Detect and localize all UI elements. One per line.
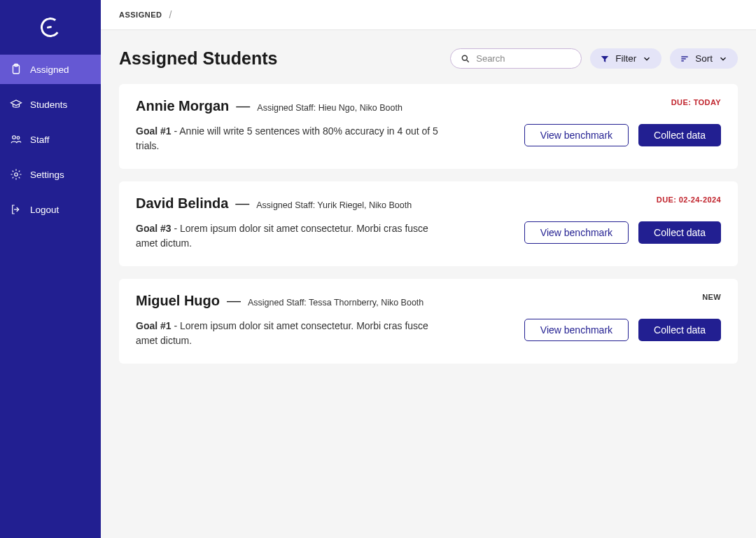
separator: — (236, 98, 250, 114)
logo-wrap (0, 0, 101, 55)
student-name: David Belinda (136, 195, 228, 212)
card-body: Goal #3 - Lorem ipsum dolor sit amet con… (136, 221, 721, 251)
assigned-staff: Assigned Staff: Hieu Ngo, Niko Booth (257, 103, 402, 113)
svg-point-3 (17, 137, 20, 139)
graduation-cap-icon (10, 98, 22, 111)
assigned-staff: Assigned Staff: Yurik Riegel, Niko Booth (256, 200, 412, 210)
header-controls: Filter Sort (450, 48, 738, 69)
card-header: Annie Morgan — Assigned Staff: Hieu Ngo,… (136, 98, 721, 114)
svg-point-5 (463, 55, 468, 60)
filter-icon (600, 54, 610, 64)
sidebar-item-label: Staff (30, 134, 50, 145)
breadcrumb-item[interactable]: ASSIGNED (119, 11, 162, 19)
student-name: Annie Morgan (136, 98, 229, 114)
card-body: Goal #1 - Lorem ipsum dolor sit amet con… (136, 319, 721, 348)
content-area: Assigned Students Filter (101, 30, 756, 538)
breadcrumb: ASSIGNED / (101, 0, 756, 30)
sidebar-item-staff[interactable]: Staff (0, 125, 101, 154)
view-benchmark-button[interactable]: View benchmark (524, 319, 629, 341)
app-logo-icon (39, 16, 62, 39)
svg-line-6 (467, 60, 469, 62)
goal-description: - Lorem ipsum dolor sit amet consectetur… (136, 320, 428, 346)
logout-icon (10, 203, 22, 216)
sidebar-item-label: Students (30, 99, 67, 110)
view-benchmark-button[interactable]: View benchmark (524, 221, 629, 244)
goal-text: Goal #1 - Lorem ipsum dolor sit amet con… (136, 319, 444, 348)
goal-label: Goal #1 (136, 125, 172, 137)
filter-label: Filter (615, 53, 636, 64)
card-actions: View benchmark Collect data (524, 124, 721, 146)
collect-data-button[interactable]: Collect data (638, 221, 721, 244)
card-header: David Belinda — Assigned Staff: Yurik Ri… (136, 195, 721, 212)
filter-button[interactable]: Filter (590, 48, 662, 69)
clipboard-icon (10, 63, 22, 76)
assigned-staff: Assigned Staff: Tessa Thornberry, Niko B… (248, 298, 424, 308)
student-name: Miguel Hugo (136, 293, 220, 309)
goal-text: Goal #3 - Lorem ipsum dolor sit amet con… (136, 221, 444, 251)
sidebar-item-label: Settings (30, 170, 64, 180)
card-body: Goal #1 - Annie will write 5 sentences w… (136, 124, 721, 153)
card-actions: View benchmark Collect data (524, 319, 721, 341)
sidebar-item-label: Assigned (30, 64, 69, 75)
due-badge: DUE: 02-24-2024 (657, 195, 721, 204)
sidebar-item-logout[interactable]: Logout (0, 195, 101, 224)
goal-label: Goal #1 (136, 320, 172, 331)
separator: — (227, 293, 241, 309)
sidebar-item-assigned[interactable]: Assigned (0, 55, 101, 84)
svg-point-4 (15, 173, 18, 177)
svg-point-2 (13, 136, 16, 139)
new-badge: NEW (702, 293, 721, 301)
view-benchmark-button[interactable]: View benchmark (524, 124, 629, 146)
student-card: DUE: 02-24-2024 David Belinda — Assigned… (119, 181, 738, 266)
chevron-down-icon (642, 54, 652, 64)
goal-description: - Lorem ipsum dolor sit amet consectetur… (136, 223, 428, 249)
student-card: NEW Miguel Hugo — Assigned Staff: Tessa … (119, 279, 738, 364)
sort-label: Sort (695, 53, 713, 64)
breadcrumb-separator: / (169, 9, 172, 20)
nav-list: Assigned Students Staff Settings Logout (0, 55, 101, 230)
goal-text: Goal #1 - Annie will write 5 sentences w… (136, 124, 444, 153)
due-badge: DUE: TODAY (671, 98, 721, 106)
users-icon (10, 133, 22, 146)
collect-data-button[interactable]: Collect data (638, 319, 721, 341)
card-actions: View benchmark Collect data (524, 221, 721, 244)
student-card: DUE: TODAY Annie Morgan — Assigned Staff… (119, 84, 738, 169)
sidebar-item-students[interactable]: Students (0, 90, 101, 119)
sort-button[interactable]: Sort (670, 48, 738, 69)
search-box[interactable] (450, 48, 582, 69)
sidebar-item-label: Logout (30, 205, 59, 215)
sort-icon (680, 54, 690, 64)
main-area: ASSIGNED / Assigned Students Filter (101, 0, 756, 538)
sidebar-item-settings[interactable]: Settings (0, 160, 101, 189)
card-header: Miguel Hugo — Assigned Staff: Tessa Thor… (136, 293, 721, 309)
goal-label: Goal #3 (136, 223, 172, 234)
gear-icon (10, 168, 22, 181)
search-input[interactable] (476, 53, 594, 64)
sidebar: Assigned Students Staff Settings Logout (0, 0, 101, 538)
goal-description: - Annie will write 5 sentences with 80% … (136, 125, 438, 151)
search-icon (461, 54, 470, 64)
page-header: Assigned Students Filter (119, 48, 738, 69)
page-title: Assigned Students (119, 48, 277, 69)
collect-data-button[interactable]: Collect data (638, 124, 721, 146)
chevron-down-icon (718, 54, 728, 64)
separator: — (235, 195, 249, 212)
